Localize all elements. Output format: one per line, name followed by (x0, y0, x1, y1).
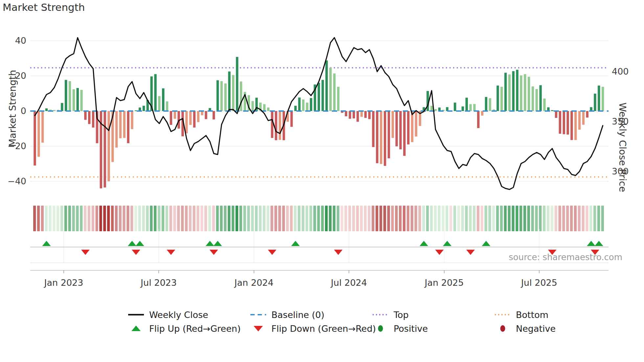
strength-bar (364, 111, 367, 118)
strength-bar (466, 98, 468, 111)
strength-bar (578, 111, 581, 130)
legend-item[interactable]: Bottom (494, 309, 548, 321)
strength-bar (84, 111, 86, 120)
strength-bar (174, 111, 176, 119)
strength-bar (586, 111, 588, 118)
heatmap-cell (368, 206, 370, 231)
strength-bar (193, 111, 196, 127)
strength-bar (251, 101, 254, 111)
strength-bar (356, 111, 359, 122)
x-tick-label: Jan 2023 (44, 278, 83, 288)
heatmap-cell (53, 206, 55, 231)
strength-bar (411, 111, 413, 142)
heatmap-cell (461, 206, 464, 231)
triangle-up-icon (127, 324, 145, 333)
strength-bar (263, 104, 265, 111)
heatmap-cell (414, 206, 417, 231)
strength-bar (353, 111, 355, 118)
heatmap-cell (181, 206, 184, 231)
heatmap-cell (123, 206, 125, 231)
heatmap-cell (380, 206, 382, 231)
strength-bar (349, 111, 351, 119)
heatmap-cell (290, 206, 292, 231)
strength-bar (170, 111, 172, 125)
heatmap-cell (399, 206, 402, 231)
heatmap-cell (442, 206, 444, 231)
strength-bar (536, 89, 538, 111)
dot-icon (494, 324, 511, 333)
heatmap-cell (224, 206, 226, 231)
heatmap-cell (177, 206, 180, 231)
strength-bar (570, 111, 573, 140)
heatmap-cell (274, 206, 277, 231)
strength-bar (543, 99, 545, 111)
strength-bar (69, 81, 71, 111)
heatmap-cell (88, 206, 90, 231)
strength-bar (333, 74, 335, 111)
legend-item[interactable]: Positive (372, 323, 428, 334)
legend-label: Bottom (516, 310, 548, 320)
heatmap-cell (364, 206, 366, 231)
heatmap-cell (45, 206, 48, 231)
heatmap-cell (185, 206, 188, 231)
flip-up-icon (136, 241, 144, 246)
legend-item[interactable]: Negative (494, 323, 556, 334)
flip-up-icon (587, 241, 595, 246)
heatmap-cell (519, 206, 522, 231)
heatmap-cell (298, 206, 300, 231)
heatmap-cell (150, 206, 152, 231)
legend: Weekly CloseBaseline (0)TopBottomFlip Up… (0, 305, 644, 342)
right-tick-label: 400 (612, 66, 629, 77)
strength-bar (528, 77, 530, 111)
legend-item[interactable]: Weekly Close (127, 309, 208, 321)
strength-bar (563, 111, 565, 134)
legend-label: Flip Up (Red→Green) (149, 324, 241, 334)
strength-bar (217, 80, 219, 111)
heatmap-cell (92, 206, 94, 231)
x-tick-label: Jul 2024 (330, 278, 367, 288)
heatmap-cell (430, 206, 433, 231)
legend-item[interactable]: Top (372, 309, 409, 321)
heatmap-cell (247, 206, 250, 231)
strength-heatmap (33, 206, 604, 231)
strength-bar (598, 85, 600, 111)
strength-bar (65, 80, 67, 111)
heatmap-cell (57, 206, 59, 231)
strength-bar (469, 104, 472, 111)
heatmap-cell (547, 206, 549, 231)
heatmap-cell (395, 206, 398, 231)
legend-item[interactable]: Flip Down (Green→Red) (250, 323, 376, 334)
heatmap-cell (387, 206, 390, 231)
heatmap-cell (523, 206, 526, 231)
heatmap-cell (551, 206, 553, 231)
strength-bar (504, 73, 507, 111)
strength-bar (372, 111, 374, 147)
strength-bar (143, 106, 145, 111)
heatmap-cell (99, 206, 102, 231)
strength-bar (41, 111, 44, 143)
strength-bar (236, 57, 238, 111)
heatmap-cell (589, 206, 592, 231)
strength-bar (104, 111, 106, 188)
heatmap-cell (457, 206, 460, 231)
flip-up-icon (595, 241, 603, 246)
strength-bar (329, 68, 332, 111)
left-tick-label: −40 (8, 176, 26, 186)
heatmap-cell (107, 206, 110, 231)
flip-down-icon (132, 250, 140, 255)
heatmap-cell (376, 206, 378, 231)
heatmap-cell (558, 206, 561, 231)
heatmap-cell (574, 206, 577, 231)
triangle-down-icon (250, 324, 267, 333)
strength-bar (275, 111, 277, 140)
heatmap-cell (270, 206, 273, 231)
strength-bar (119, 111, 122, 138)
heatmap-cell (500, 206, 503, 231)
legend-item[interactable]: Baseline (0) (250, 309, 324, 321)
heatmap-cell (383, 206, 386, 231)
strength-bar (205, 111, 207, 119)
strength-bar (53, 110, 56, 111)
strength-bar (462, 106, 464, 111)
flip-down-icon (268, 250, 276, 255)
legend-item[interactable]: Flip Up (Red→Green) (127, 323, 241, 334)
